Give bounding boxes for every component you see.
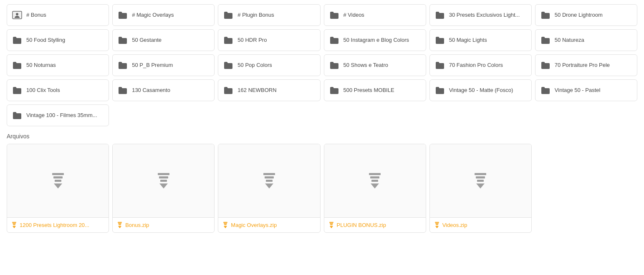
folder-label: 50 Magic Lights [449, 37, 487, 44]
file-info: 1200 Presets Lightroom 20... [7, 217, 109, 232]
folder-label: 70 Portraiture Pro Pele [555, 62, 610, 69]
file-card-magic-overlays-zip[interactable]: Magic Overlays.zip [218, 144, 320, 233]
folder-item-vintage-100-filmes[interactable]: Vintage 100 - Filmes 35mm... [7, 104, 109, 126]
file-name: Bonus.zip [125, 222, 149, 228]
file-card-1200-presets[interactable]: 1200 Presets Lightroom 20... [7, 144, 109, 233]
folder-label: 50 Gestante [132, 37, 162, 44]
folder-item-videos[interactable]: # Videos [324, 4, 426, 26]
folder-item-162-newborn[interactable]: 162 NEWBORN [218, 79, 320, 101]
file-name: PLUGIN BONUS.zip [337, 222, 386, 228]
folder-item-50-pb-premium[interactable]: 50 P_B Premium [112, 54, 215, 76]
folder-label: 50 Shows e Teatro [343, 62, 388, 69]
file-info: Magic Overlays.zip [218, 217, 320, 232]
folder-icon [329, 61, 339, 69]
folder-label: # Videos [343, 12, 364, 19]
folder-label: 130 Casamento [132, 87, 170, 94]
folder-label: 50 Drone Lightroom [555, 12, 603, 19]
folder-icon [223, 61, 233, 69]
folder-item-50-instagram-blog-colors[interactable]: 50 Instagram e Blog Colors [324, 29, 426, 51]
file-download-icon [118, 222, 122, 228]
folder-icon [12, 61, 22, 69]
folder-label: 100 Clix Tools [26, 87, 60, 94]
folder-item-500-presets-mobile[interactable]: 500 Presets MOBILE [324, 79, 426, 101]
file-preview [218, 144, 320, 217]
file-preview [324, 144, 426, 217]
file-card-plugin-bonus-zip[interactable]: PLUGIN BONUS.zip [324, 144, 426, 233]
file-download-icon [223, 222, 227, 228]
folder-item-bonus[interactable]: # Bonus [7, 4, 109, 26]
folder-icon [540, 36, 551, 44]
folder-label: # Magic Overlays [132, 12, 174, 19]
folder-item-30-presets-exclusivos[interactable]: 30 Presets Exclusivos Light... [429, 4, 532, 26]
folder-item-50-natureza[interactable]: 50 Natureza [535, 29, 637, 51]
folder-item-70-fashion-pro-colors[interactable]: 70 Fashion Pro Colors [429, 54, 532, 76]
folder-label: 50 Noturnas [26, 62, 56, 69]
folder-item-50-shows-teatro[interactable]: 50 Shows e Teatro [324, 54, 426, 76]
file-info: PLUGIN BONUS.zip [324, 217, 426, 232]
download-icon-large [158, 173, 169, 188]
folder-icon [329, 11, 339, 19]
folder-label: 70 Fashion Pro Colors [449, 62, 503, 69]
folder-label: 30 Presets Exclusivos Light... [449, 12, 520, 19]
file-name: Magic Overlays.zip [231, 222, 277, 228]
folder-label: 50 Instagram e Blog Colors [343, 37, 409, 44]
download-icon-large [52, 173, 64, 188]
folder-item-50-drone-lightroom[interactable]: 50 Drone Lightroom [535, 4, 637, 26]
folder-item-magic-overlays[interactable]: # Magic Overlays [112, 4, 215, 26]
folder-icon [435, 11, 445, 19]
file-download-icon [12, 222, 16, 228]
folder-item-50-food-stylling[interactable]: 50 Food Stylling [7, 29, 109, 51]
file-name: 1200 Presets Lightroom 20... [20, 222, 89, 228]
folder-icon [118, 61, 128, 69]
folder-icon [435, 61, 445, 69]
file-card-videos-zip[interactable]: Videos.zip [429, 144, 532, 233]
folder-icon [329, 36, 339, 44]
folder-label: 50 HDR Pro [237, 37, 267, 44]
section-title: Arquivos [7, 133, 637, 140]
folder-item-vintage-50-matte[interactable]: Vintage 50 - Matte (Fosco) [429, 79, 532, 101]
folder-item-50-gestante[interactable]: 50 Gestante [112, 29, 215, 51]
folder-label: # Plugin Bonus [237, 12, 274, 19]
folder-label: 162 NEWBORN [237, 87, 276, 94]
folder-icon [223, 11, 233, 19]
folder-label: 50 Pop Colors [237, 62, 272, 69]
files-grid: 1200 Presets Lightroom 20... Bonus.zip [7, 144, 637, 233]
file-card-bonus-zip[interactable]: Bonus.zip [112, 144, 215, 233]
folder-icon [435, 86, 445, 94]
folder-label: Vintage 100 - Filmes 35mm... [26, 112, 97, 119]
folder-label: 500 Presets MOBILE [343, 87, 394, 94]
folder-item-50-hdr-pro[interactable]: 50 HDR Pro [218, 29, 320, 51]
folder-item-130-casamento[interactable]: 130 Casamento [112, 79, 215, 101]
download-icon-large [369, 173, 381, 188]
folder-label: Vintage 50 - Matte (Fosco) [449, 87, 513, 94]
folder-icon [223, 86, 233, 94]
folder-icon [12, 111, 22, 120]
folder-item-100-clix-tools[interactable]: 100 Clix Tools [7, 79, 109, 101]
folder-icon [118, 36, 128, 44]
folder-item-50-magic-lights[interactable]: 50 Magic Lights [429, 29, 532, 51]
folder-icon [118, 11, 128, 19]
folder-label: # Bonus [26, 12, 46, 19]
download-icon-large [263, 173, 275, 188]
file-info: Videos.zip [430, 217, 531, 232]
folder-item-50-pop-colors[interactable]: 50 Pop Colors [218, 54, 320, 76]
folder-item-50-noturnas[interactable]: 50 Noturnas [7, 54, 109, 76]
person-icon [12, 11, 22, 19]
folder-item-70-portraiture-pro-pele[interactable]: 70 Portraiture Pro Pele [535, 54, 637, 76]
folder-label: 50 Natureza [555, 37, 584, 44]
file-download-icon [329, 222, 333, 228]
folder-icon [540, 61, 551, 69]
folder-label: 50 P_B Premium [132, 62, 173, 69]
folder-icon [329, 86, 339, 94]
folder-icon [540, 86, 551, 94]
folder-item-vintage-50-pastel[interactable]: Vintage 50 - Pastel [535, 79, 637, 101]
folder-label: Vintage 50 - Pastel [555, 87, 601, 94]
file-preview [430, 144, 531, 217]
folder-icon [118, 86, 128, 94]
file-preview [113, 144, 214, 217]
file-name: Videos.zip [442, 222, 467, 228]
folder-icon [12, 86, 22, 94]
folder-item-plugin-bonus[interactable]: # Plugin Bonus [218, 4, 320, 26]
folder-label: 50 Food Stylling [26, 37, 65, 44]
svg-point-1 [16, 13, 18, 15]
